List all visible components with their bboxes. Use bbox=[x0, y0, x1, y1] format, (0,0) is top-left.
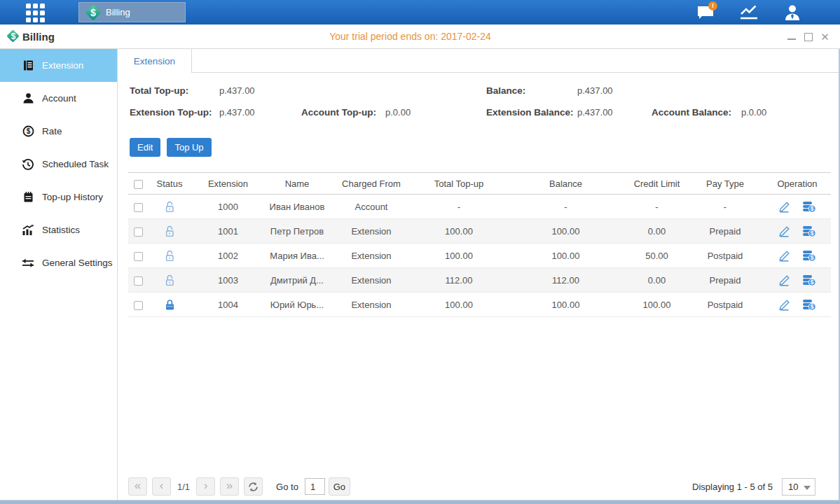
sidebar-item-general-settings[interactable]: General Settings bbox=[0, 246, 117, 279]
sidebar-item-scheduled-task[interactable]: Scheduled Task bbox=[0, 148, 117, 181]
table-row: 1001Петр ПетровExtension100.00100.000.00… bbox=[128, 219, 831, 244]
extension-cell: 1003 bbox=[191, 275, 265, 286]
window-bottom-edge bbox=[0, 500, 840, 504]
balance-label: Balance: bbox=[486, 85, 577, 96]
name-cell: Петр Петров bbox=[265, 226, 329, 237]
prev-page-button[interactable]: ‹ bbox=[152, 477, 171, 496]
top-up-icon[interactable]: $ bbox=[802, 274, 816, 286]
table-row: 1003Дмитрий Д...Extension112.00112.000.0… bbox=[128, 268, 831, 293]
sidebar-item-extension[interactable]: Extension bbox=[0, 49, 117, 82]
row-checkbox[interactable] bbox=[134, 252, 143, 261]
row-checkbox[interactable] bbox=[134, 203, 143, 212]
name-cell: Дмитрий Д... bbox=[265, 275, 329, 286]
status-locked-icon[interactable] bbox=[148, 297, 191, 313]
total-topup-value: p.437.00 bbox=[219, 85, 301, 96]
sidebar-item-rate[interactable]: $Rate bbox=[0, 115, 117, 148]
extension-cell: 1001 bbox=[191, 226, 265, 237]
statistics-chart-icon[interactable] bbox=[739, 3, 759, 22]
row-checkbox[interactable] bbox=[134, 276, 143, 286]
page-indicator: 1/1 bbox=[177, 482, 190, 492]
extension-topup-value: p.437.00 bbox=[219, 107, 301, 118]
top-up-button[interactable]: Top Up bbox=[167, 138, 211, 157]
edit-icon[interactable] bbox=[778, 274, 791, 286]
select-all-checkbox[interactable] bbox=[134, 180, 143, 189]
close-button[interactable]: ✕ bbox=[820, 31, 830, 42]
extension-balance-value: p.437.00 bbox=[577, 107, 652, 118]
sidebar-item-top-up-history[interactable]: Top-up History bbox=[0, 181, 117, 214]
user-account-icon[interactable] bbox=[783, 3, 802, 22]
edit-icon[interactable] bbox=[778, 299, 791, 311]
last-page-button[interactable]: » bbox=[220, 477, 239, 496]
total-topup-label: Total Top-up: bbox=[130, 85, 219, 96]
account-icon bbox=[22, 92, 34, 105]
refresh-button[interactable] bbox=[244, 477, 263, 496]
goto-page-input[interactable] bbox=[305, 478, 325, 495]
notifications-icon[interactable]: ! bbox=[696, 3, 715, 22]
edit-icon[interactable] bbox=[778, 250, 791, 262]
window-titlebar: $ Billing Your trial period ends on: 201… bbox=[0, 24, 840, 49]
top-up-icon[interactable]: $ bbox=[802, 250, 816, 262]
extension-cell: 1000 bbox=[191, 202, 265, 212]
charged-from-cell: Extension bbox=[329, 275, 413, 286]
pay-type-cell: - bbox=[687, 202, 764, 212]
top-up-icon[interactable]: $ bbox=[802, 225, 816, 237]
svg-text:$: $ bbox=[811, 230, 814, 237]
sidebar-item-statistics[interactable]: Statistics bbox=[0, 214, 117, 246]
caret-down-icon bbox=[804, 486, 811, 490]
row-checkbox[interactable] bbox=[134, 301, 143, 310]
extensions-table: StatusExtensionNameCharged FromTotal Top… bbox=[128, 172, 831, 317]
svg-text:$: $ bbox=[26, 127, 30, 135]
tab-strip: Extension bbox=[118, 49, 839, 73]
row-checkbox[interactable] bbox=[134, 227, 143, 237]
status-unlocked-icon[interactable] bbox=[148, 199, 191, 215]
top-up-icon[interactable]: $ bbox=[802, 299, 816, 311]
sidebar-item-label: Extension bbox=[42, 60, 83, 71]
status-unlocked-icon[interactable] bbox=[148, 248, 191, 264]
edit-button[interactable]: Edit bbox=[130, 138, 160, 157]
pay-type-cell: Prepaid bbox=[687, 226, 764, 237]
page-size-select[interactable]: 10 bbox=[782, 478, 815, 496]
status-unlocked-icon[interactable] bbox=[148, 223, 191, 239]
topup-history-icon bbox=[22, 191, 34, 204]
edit-icon[interactable] bbox=[778, 201, 791, 213]
table-header: StatusExtensionNameCharged FromTotal Top… bbox=[128, 172, 831, 195]
taskbar: $ Billing ! bbox=[0, 0, 840, 24]
svg-text:$: $ bbox=[811, 279, 814, 286]
apps-grid-icon[interactable] bbox=[26, 4, 47, 22]
charged-from-cell: Account bbox=[329, 202, 413, 212]
account-topup-value: p.0.00 bbox=[385, 107, 486, 118]
taskbar-tab-billing[interactable]: $ Billing bbox=[78, 2, 186, 22]
top-up-icon[interactable]: $ bbox=[802, 201, 816, 213]
extension-icon bbox=[22, 59, 34, 72]
sidebar-item-label: Scheduled Task bbox=[42, 159, 109, 169]
pay-type-cell: Prepaid bbox=[687, 275, 764, 286]
svg-text:$: $ bbox=[811, 205, 814, 212]
edit-icon[interactable] bbox=[778, 225, 791, 237]
status-unlocked-icon[interactable] bbox=[148, 272, 191, 288]
extension-balance-label: Extension Balance: bbox=[486, 107, 577, 118]
go-button[interactable]: Go bbox=[329, 477, 350, 496]
sidebar-item-account[interactable]: Account bbox=[0, 82, 117, 115]
total-topup-cell: - bbox=[413, 202, 504, 212]
account-topup-label: Account Top-up: bbox=[301, 107, 385, 118]
credit-limit-cell: - bbox=[627, 202, 687, 212]
credit-limit-cell: 0.00 bbox=[627, 275, 687, 286]
column-header: Credit Limit bbox=[627, 178, 687, 189]
name-cell: Иван Иванов bbox=[265, 202, 329, 212]
sidebar-item-label: Rate bbox=[42, 126, 62, 136]
notification-badge: ! bbox=[708, 1, 717, 10]
page-size-value: 10 bbox=[788, 482, 798, 492]
minimize-button[interactable] bbox=[786, 31, 797, 42]
column-header: Pay Type bbox=[687, 178, 764, 189]
account-balance-label: Account Balance: bbox=[652, 107, 741, 118]
charged-from-cell: Extension bbox=[329, 251, 413, 261]
content-area: Extension Total Top-up: p.437.00 Balance… bbox=[118, 49, 839, 500]
first-page-button[interactable]: « bbox=[128, 477, 147, 496]
extension-cell: 1002 bbox=[191, 251, 265, 261]
next-page-button[interactable]: › bbox=[196, 477, 215, 496]
svg-text:$: $ bbox=[811, 254, 814, 261]
tab-extension[interactable]: Extension bbox=[118, 49, 192, 73]
column-header: Name bbox=[265, 178, 329, 189]
maximize-button[interactable] bbox=[803, 31, 813, 42]
statistics-icon bbox=[22, 224, 34, 237]
